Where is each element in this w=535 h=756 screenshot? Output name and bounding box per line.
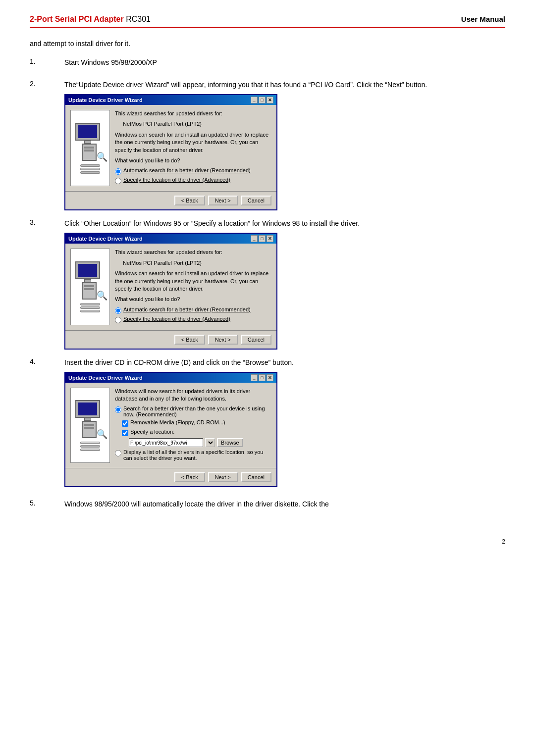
wizard-3-titlebar: Update Device Driver Wizard _ □ ✕	[65, 373, 276, 383]
step-1: 1. Start Windows 95/98/2000/XP	[30, 57, 505, 72]
wizard-3-titlebar-buttons: _ □ ✕	[251, 374, 273, 381]
monitor-screen3	[78, 403, 97, 415]
step-3-text: Click “Other Location” for Windows 95 or…	[64, 218, 505, 229]
step-5-number: 5.	[30, 499, 64, 513]
wizard-1-maximize-btn[interactable]: □	[259, 97, 266, 103]
wizard-3-chk2-label: Specify a location:	[130, 429, 174, 435]
wizard-1-minimize-btn[interactable]: _	[251, 97, 258, 103]
wizard-2-option1[interactable]: Automatic search for a better driver (Re…	[115, 306, 271, 314]
wizard-3-close-btn[interactable]: ✕	[267, 374, 273, 381]
wizard-3-chk1[interactable]	[122, 420, 128, 427]
wizard-1-description: Windows can search for and install an up…	[115, 131, 271, 154]
cd-stack2	[80, 303, 100, 312]
wizard-2-pc-icon: 🔍	[73, 261, 107, 301]
wizard-3-next-btn[interactable]: Next >	[208, 472, 238, 482]
wizard-3-title: Update Device Driver Wizard	[68, 375, 143, 381]
wizard-3-option-search-label: Search for a better driver than the one …	[123, 405, 271, 417]
wizard-1-title: Update Device Driver Wizard	[68, 97, 143, 103]
product-model: RC301	[126, 15, 151, 23]
wizard-1-option1[interactable]: Automatic search for a better driver (Re…	[115, 167, 271, 175]
wizard-2-radio2[interactable]	[115, 317, 121, 323]
wizard-1-text-area: This wizard searches for updated drivers…	[115, 110, 271, 186]
wizard-2-maximize-btn[interactable]: □	[259, 235, 266, 242]
step-3: 3. Click “Other Location” for Windows 95…	[30, 218, 505, 349]
step-2-text: The“Update Device driver Wizard” will ap…	[64, 80, 505, 90]
monitor	[75, 123, 100, 141]
wizard-1-radio1[interactable]	[115, 168, 121, 175]
wizard-1-radio2[interactable]	[115, 178, 121, 184]
step-1-text: Start Windows 95/98/2000/XP	[64, 57, 505, 68]
wizard-3-intro: Windows will now search for updated driv…	[115, 388, 271, 403]
wizard-3-maximize-btn[interactable]: □	[259, 374, 266, 381]
magnify-icon: 🔍	[97, 151, 107, 162]
wizard-1-back-btn[interactable]: < Back	[174, 196, 205, 205]
wizard-3-text-area: Windows will now search for updated driv…	[115, 388, 271, 463]
header-left: 2-Port Serial PCI Adapter RC301	[30, 15, 151, 24]
wizard-3-chk1-label: Removable Media (Floppy, CD-ROM...)	[130, 419, 225, 425]
wizard-3-radio-display[interactable]	[115, 450, 121, 456]
wizard-3-chk2[interactable]	[122, 430, 128, 436]
wizard-1-titlebar: Update Device Driver Wizard _ □ ✕	[65, 95, 276, 105]
wizard-1-footer: < Back Next > Cancel	[65, 191, 276, 209]
wizard-1-intro: This wizard searches for updated drivers…	[115, 110, 271, 117]
wizard-2-titlebar-buttons: _ □ ✕	[251, 235, 273, 242]
step-4-text: Insert the driver CD in CD-ROM drive (D)…	[64, 357, 505, 368]
tower3	[82, 421, 97, 438]
wizard-3-location-row: ▼ Browse	[129, 438, 271, 447]
wizard-1-titlebar-buttons: _ □ ✕	[251, 97, 273, 103]
page-header: 2-Port Serial PCI Adapter RC301 User Man…	[30, 15, 505, 28]
wizard-3-radio-search[interactable]	[115, 406, 121, 413]
wizard-2-body: 🔍 This wizard searches for updated drive…	[65, 244, 276, 330]
wizard-2-device: NetMos PCI Parallel Port (LPT2)	[123, 259, 271, 267]
cd3-1	[80, 442, 100, 444]
manual-title: User Manual	[461, 15, 505, 23]
wizard-2-option2-label: Specify the location of the driver (Adva…	[123, 316, 230, 322]
wizard-1-device: NetMos PCI Parallel Port (LPT2)	[123, 120, 271, 128]
wizard-1-body: 🔍 This wizard searches for updated drive…	[65, 105, 276, 191]
wizard-2-next-btn[interactable]: Next >	[208, 335, 238, 345]
wizard-1-option1-label: Automatic search for a better driver (Re…	[123, 167, 251, 173]
wizard-3-checkbox1[interactable]: Removable Media (Floppy, CD-ROM...)	[122, 419, 271, 427]
wizard-2-radio1[interactable]	[115, 307, 121, 314]
drive3b	[84, 427, 94, 429]
wizard-3-icon-area: 🔍	[70, 388, 110, 463]
wizard-2-cancel-btn[interactable]: Cancel	[241, 335, 271, 345]
wizard-3-browse-btn[interactable]: Browse	[217, 438, 243, 447]
wizard-1-pc-icon: 🔍	[73, 123, 107, 162]
wizard-2-description: Windows can search for and install an up…	[115, 270, 271, 293]
wizard-2-question: What would you like to do?	[115, 296, 271, 303]
drive3	[84, 424, 94, 426]
wizard-3-minimize-btn[interactable]: _	[251, 374, 258, 381]
wizard-3-checkbox2[interactable]: Specify a location:	[122, 429, 271, 436]
intro-text: and attempt to install driver for it.	[30, 40, 505, 48]
step-2-number: 2.	[30, 80, 64, 210]
cd-stack	[80, 164, 100, 174]
wizard-3-option-display[interactable]: Display a list of all the drivers in a s…	[115, 449, 271, 461]
cd2-1	[80, 303, 100, 305]
wizard-2-option2[interactable]: Specify the location of the driver (Adva…	[115, 316, 271, 323]
product-name: 2-Port Serial PCI Adapter	[30, 15, 124, 23]
wizard-3-back-btn[interactable]: < Back	[174, 472, 205, 482]
drive-bay-2	[84, 150, 94, 151]
wizard-3-footer: < Back Next > Cancel	[65, 468, 276, 486]
wizard-3-body: 🔍 Windows will now search for updated dr…	[65, 383, 276, 468]
wizard-1-cancel-btn[interactable]: Cancel	[241, 196, 271, 205]
tower	[82, 144, 97, 161]
wizard-1-next-btn[interactable]: Next >	[208, 196, 238, 205]
monitor-screen2	[78, 264, 97, 277]
wizard-2-minimize-btn[interactable]: _	[251, 235, 258, 242]
wizard-2-title: Update Device Driver Wizard	[68, 236, 143, 242]
cd2-3	[80, 310, 100, 312]
wizard-3-location-dropdown[interactable]: ▼	[205, 438, 215, 447]
wizard-3-option-search[interactable]: Search for a better driver than the one …	[115, 405, 271, 417]
wizard-3-location-input[interactable]	[129, 438, 203, 447]
wizard-1-option2[interactable]: Specify the location of the driver (Adva…	[115, 177, 271, 184]
wizard-3-cancel-btn[interactable]: Cancel	[241, 472, 271, 482]
wizard-2-close-btn[interactable]: ✕	[267, 235, 273, 242]
drive2b	[84, 288, 94, 290]
drive-bay	[84, 147, 94, 149]
wizard-1-option2-label: Specify the location of the driver (Adva…	[123, 177, 230, 183]
wizard-1-close-btn[interactable]: ✕	[267, 97, 273, 103]
monitor2	[75, 261, 100, 279]
wizard-2-back-btn[interactable]: < Back	[174, 335, 205, 345]
